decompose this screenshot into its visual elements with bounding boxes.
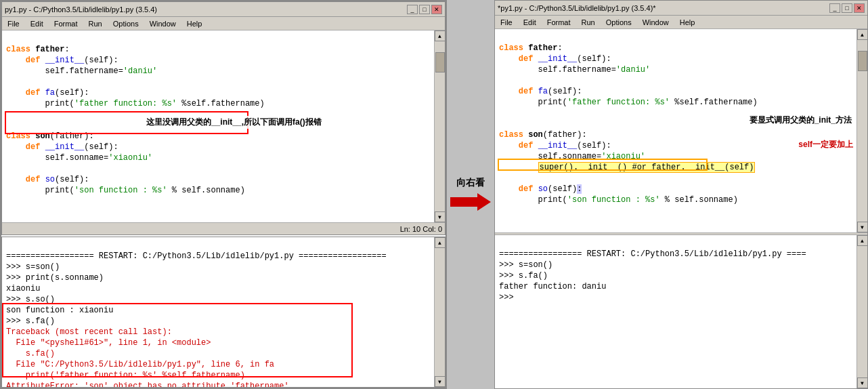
- right-window-title: *py1.py - C:/Python3.5/Lib/idlelib/py1.p…: [498, 4, 656, 12]
- close-button[interactable]: ✕: [431, 5, 442, 14]
- left-code-area: class father: def __init__(self): self.f…: [2, 30, 445, 222]
- console-scroll-down[interactable]: ▼: [435, 376, 446, 387]
- menu-run[interactable]: Run: [86, 20, 105, 28]
- right-editor-scrollbar[interactable]: ▲ ▼: [856, 29, 867, 232]
- right-title-buttons: _ □ ✕: [829, 3, 865, 13]
- menu-window[interactable]: Window: [147, 20, 179, 28]
- right-panel: *py1.py - C:/Python3.5/Lib/idlelib/py1.p…: [494, 0, 868, 389]
- right-menu-options[interactable]: Options: [603, 18, 634, 26]
- right-menu-help[interactable]: Help: [677, 18, 698, 26]
- right-menu-file[interactable]: File: [498, 18, 515, 26]
- main-container: py1.py - C:/Python3.5/Lib/idlelib/py1.py…: [0, 0, 868, 389]
- right-menu-run[interactable]: Run: [579, 18, 598, 26]
- left-code-content[interactable]: class father: def __init__(self): self.f…: [2, 30, 434, 222]
- right-arrow-icon: [450, 192, 491, 212]
- maximize-button[interactable]: □: [419, 5, 430, 14]
- right-console-scroll-down[interactable]: ▼: [857, 377, 868, 388]
- right-scroll-up[interactable]: ▲: [857, 29, 868, 40]
- right-menu-window[interactable]: Window: [640, 18, 672, 26]
- menu-file[interactable]: File: [5, 20, 22, 28]
- right-console-scroll-up[interactable]: ▲: [857, 235, 868, 246]
- right-close-button[interactable]: ✕: [854, 3, 865, 13]
- right-title-bar: *py1.py - C:/Python3.5/Lib/idlelib/py1.p…: [495, 1, 867, 16]
- right-console-scrollbar[interactable]: ▲ ▼: [856, 235, 867, 388]
- right-console-content[interactable]: ================= RESTART: C:/Python3.5/…: [495, 235, 856, 388]
- right-menu-edit[interactable]: Edit: [521, 18, 539, 26]
- arrow-label: 向右看: [456, 177, 485, 189]
- left-status-text: Ln: 10 Col: 0: [400, 225, 442, 233]
- scroll-thumb[interactable]: [435, 52, 445, 73]
- right-console-area: ================= RESTART: C:/Python3.5/…: [495, 235, 867, 388]
- left-console-code: ================== RESTART: C:/Python3.5…: [2, 237, 445, 387]
- console-scroll-up[interactable]: ▲: [435, 237, 446, 248]
- left-status-bar: Ln: 10 Col: 0: [2, 222, 445, 234]
- menu-options[interactable]: Options: [110, 20, 142, 28]
- left-panel: py1.py - C:/Python3.5/Lib/idlelib/py1.py…: [0, 0, 447, 389]
- scroll-down-arrow[interactable]: ▼: [435, 211, 446, 222]
- left-editor: py1.py - C:/Python3.5/Lib/idlelib/py1.py…: [1, 1, 446, 235]
- right-minimize-button[interactable]: _: [829, 3, 840, 13]
- right-scroll-down[interactable]: ▼: [857, 222, 868, 232]
- right-menu-format[interactable]: Format: [544, 18, 573, 26]
- menu-help[interactable]: Help: [184, 20, 205, 28]
- left-menu-bar: File Edit Format Run Options Window Help: [2, 17, 445, 30]
- minimize-button[interactable]: _: [407, 5, 418, 14]
- svg-marker-0: [450, 193, 491, 211]
- left-editor-scrollbar[interactable]: ▲ ▼: [434, 30, 445, 222]
- menu-format[interactable]: Format: [51, 20, 81, 28]
- left-console: ================== RESTART: C:/Python3.5…: [1, 237, 446, 388]
- right-menu-bar: File Edit Format Run Options Window Help: [495, 16, 867, 29]
- left-console-content[interactable]: ================== RESTART: C:/Python3.5…: [2, 237, 434, 387]
- right-code-area: class father: def __init__(self): self.f…: [495, 29, 867, 232]
- right-code-content[interactable]: class father: def __init__(self): self.f…: [495, 29, 856, 232]
- right-scroll-thumb[interactable]: [858, 51, 867, 71]
- left-console-scrollbar[interactable]: ▲ ▼: [434, 237, 445, 387]
- middle-arrow-area: 向右看: [447, 0, 494, 389]
- right-maximize-button[interactable]: □: [842, 3, 852, 13]
- scroll-up-arrow[interactable]: ▲: [435, 30, 446, 41]
- menu-edit[interactable]: Edit: [28, 20, 46, 28]
- left-title-bar: py1.py - C:/Python3.5/Lib/idlelib/py1.py…: [2, 2, 445, 17]
- left-title-buttons: _ □ ✕: [407, 5, 442, 14]
- left-window-title: py1.py - C:/Python3.5/Lib/idlelib/py1.py…: [5, 5, 157, 14]
